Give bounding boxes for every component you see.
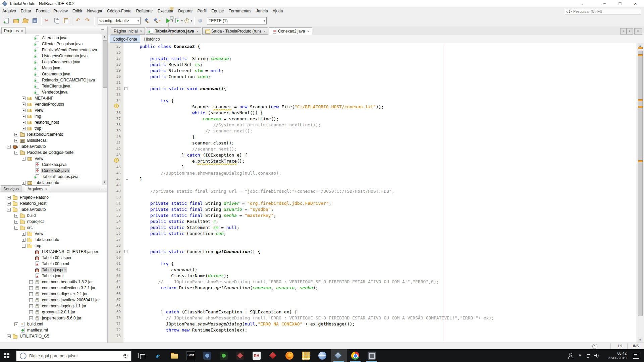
tree-item-commons-digester-2-1-jar[interactable]: +commons-digester-2.1.jar	[0, 291, 107, 297]
minimize-button[interactable]	[597, 0, 612, 7]
error-stripe[interactable]: ▲ ▼	[636, 43, 644, 343]
tree-item-jasperreports-5-6-0-jar[interactable]: +jasperreports-5.6.0.jar	[0, 315, 107, 321]
taskbar-grid-yellow-button[interactable]	[298, 349, 314, 362]
expander-plus-icon[interactable]: +	[29, 292, 33, 296]
tree-item-conexao2-java[interactable]: Conexao2.java	[0, 168, 102, 174]
tree-item-telacliente-java[interactable]: TelaCliente.java	[0, 83, 102, 89]
code-line-32[interactable]: 32 public static void conexao(){	[108, 86, 636, 92]
tree-item-orcamento-java[interactable]: Orcamento.java	[0, 71, 102, 77]
redo-button[interactable]	[83, 16, 93, 25]
tree-item-tabelaprodutos-java[interactable]: TabelaProdutos.java	[0, 174, 102, 180]
source-view-button[interactable]: Código-Fonte	[110, 36, 140, 43]
tree-item-listagens-clientes-jasper[interactable]: LISTAGENS_CLIENTES.jasper	[0, 249, 107, 255]
scrollbar-thumb[interactable]	[103, 40, 107, 88]
tree-item-view[interactable]: +View	[0, 107, 102, 113]
tree-item-manifest-mf[interactable]: manifest.mf	[0, 327, 107, 333]
expander-plus-icon[interactable]: +	[7, 202, 11, 205]
new-project-button[interactable]	[11, 16, 21, 25]
warning-mark[interactable]	[638, 99, 643, 101]
code-line-25[interactable]: 25 public class Conexao2 {	[108, 44, 636, 50]
expander-plus-icon[interactable]: +	[22, 127, 25, 130]
code-line-53[interactable]: 53 private static final String senha = "…	[108, 213, 636, 219]
code-line-39[interactable]: 39 // scanner.next();	[108, 128, 636, 134]
taskbar-firefox-button[interactable]	[281, 349, 298, 362]
code-line-45[interactable]: 45 }	[108, 164, 636, 170]
code-line-30[interactable]: 30 public Connection conn;	[108, 74, 636, 80]
scroll-tabs-left-icon[interactable]: ◄	[620, 28, 627, 35]
tree-item-vendedor-java[interactable]: Vendedor.java	[0, 89, 102, 95]
taskbar-app-green-button[interactable]	[216, 349, 232, 362]
tree-item-src[interactable]: -src	[0, 225, 107, 231]
tree-item-relatorio-host[interactable]: +relatorio_host	[0, 119, 102, 125]
code-line-66[interactable]: 66	[108, 291, 636, 297]
menu-depurar[interactable]: Depurar	[176, 7, 195, 15]
expander-plus-icon[interactable]: +	[14, 220, 18, 224]
expander-plus-icon[interactable]: +	[22, 121, 25, 124]
cut-button[interactable]	[43, 16, 52, 25]
menu-ajuda[interactable]: Ajuda	[270, 7, 285, 15]
warning-mark[interactable]	[638, 54, 643, 56]
tree-item-finalizarvendaorcamento-java[interactable]: FinalizarVendaOrcamento.java	[0, 47, 102, 53]
code-line-50[interactable]: 50	[108, 194, 636, 200]
code-line-57[interactable]: 57	[108, 237, 636, 243]
editor-find-next-button[interactable]	[167, 0, 176, 4]
editor-prev-bookmark-button[interactable]	[167, 31, 176, 40]
close-icon[interactable]: ×	[263, 29, 265, 33]
maximize-button[interactable]	[612, 0, 628, 7]
taskbar-netbeans-button[interactable]	[331, 349, 347, 362]
tree-item-listagensorcamento-java[interactable]: ListagensOrcamento.java	[0, 53, 102, 59]
code-line-31[interactable]: 31	[108, 80, 636, 86]
expander-plus-icon[interactable]: +	[14, 322, 18, 326]
code-line-63[interactable]: 63 Class.forName(driver);	[108, 273, 636, 279]
editor-select-rect-button[interactable]	[167, 13, 176, 22]
code-line-38[interactable]: 38 //System.out.println(scanner.nextLine…	[108, 122, 636, 128]
menu-equipe[interactable]: Equipe	[209, 7, 226, 15]
warning-mark[interactable]	[638, 160, 643, 162]
code-line-34[interactable]: 34 try {	[108, 98, 636, 104]
tree-item-relatorio-orcamento-java[interactable]: Relatorio_ORCAMENTO.java	[0, 77, 102, 83]
tree-item-loginorcamento-java[interactable]: LoginOrcamento.java	[0, 59, 102, 65]
code-line-67[interactable]: 67	[108, 297, 636, 303]
tree-item-pacotes-de-codigos-fonte[interactable]: -Pacotes de Códigos-fonte	[0, 149, 102, 156]
expander-plus-icon[interactable]: +	[7, 196, 11, 199]
expander-minus-icon[interactable]: -	[14, 151, 18, 155]
maximize-editor-icon[interactable]: ▭	[634, 28, 642, 35]
restore-arrows-icon[interactable]	[574, 0, 589, 7]
warning-mark[interactable]	[638, 106, 643, 108]
expander-plus-icon[interactable]: +	[29, 298, 33, 302]
minimize-panel-button[interactable]: ─	[100, 28, 105, 32]
tree-item-bibliotecas[interactable]: +Bibliotecas	[0, 137, 102, 143]
code-line-64[interactable]: 64 // JOptionPane.showMessageDialog (nul…	[108, 279, 636, 285]
menu-navegar[interactable]: Navegar	[85, 7, 105, 15]
code-line-48[interactable]: 48	[108, 182, 636, 188]
tree-item-tabelaproduto[interactable]: +tabelaproduto	[0, 180, 102, 185]
menu-ferramentas[interactable]: Ferramentas	[226, 7, 254, 15]
warning-mark[interactable]	[638, 47, 643, 49]
expander-plus-icon[interactable]: +	[29, 316, 33, 320]
expander-minus-icon[interactable]: -	[22, 244, 25, 248]
expander-minus-icon[interactable]: -	[7, 208, 11, 212]
tree-item-projetorelatorio[interactable]: +ProjetoRelatorio	[0, 194, 107, 200]
code-line-28[interactable]: 28 public ResultSet rs;	[108, 62, 636, 68]
volume-icon[interactable]	[594, 353, 600, 359]
code-line-70[interactable]: 70 // JOptionPane.showMessageDialog (nul…	[108, 315, 636, 321]
expander-plus-icon[interactable]: +	[22, 109, 25, 112]
expander-minus-icon[interactable]: -	[22, 157, 25, 161]
deploy-button[interactable]	[196, 16, 205, 25]
code-line-42[interactable]: 42 //scanner.next();	[108, 146, 636, 152]
code-line-46[interactable]: 46 //JOptionPane.showMessageDialog(null,…	[108, 170, 636, 176]
taskbar-app-gray-button[interactable]	[364, 349, 380, 362]
code-line-26[interactable]: 26	[108, 50, 636, 56]
tree-item-conexao-java[interactable]: Conexao.java	[0, 162, 102, 168]
menu-format[interactable]: Format	[34, 7, 51, 15]
warning-icon[interactable]	[114, 104, 119, 108]
tree-item-tmp[interactable]: -tmp	[0, 243, 107, 249]
tree-item-vendasprodutos[interactable]: +VendasProdutos	[0, 101, 102, 107]
scrollbar-thumb[interactable]	[638, 51, 643, 316]
expander-plus-icon[interactable]: +	[14, 214, 18, 218]
code-line-72[interactable]: 72 throw new RuntimeException(ex);	[108, 327, 636, 333]
menu-refatorar[interactable]: Refatorar	[134, 7, 155, 15]
expander-plus-icon[interactable]: +	[29, 286, 33, 290]
expander-plus-icon[interactable]: +	[22, 232, 25, 236]
projects-scrollbar[interactable]: ▲ ▼	[102, 34, 107, 185]
